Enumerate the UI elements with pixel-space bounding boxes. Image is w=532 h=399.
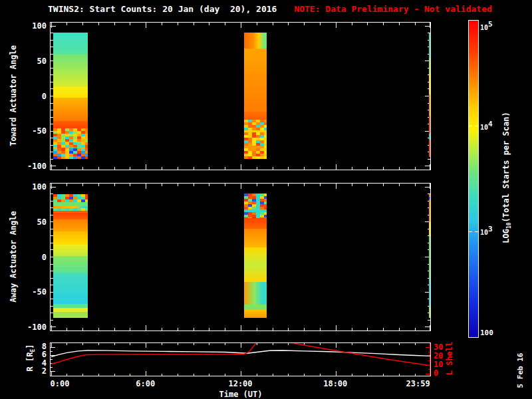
x-axis-tick (241, 184, 241, 189)
colorbar-title-pre: LOG (501, 229, 511, 243)
x-axis-tick (162, 184, 162, 186)
y-axis-tick-label: -100 (0, 162, 47, 171)
heatmap-band (429, 116, 431, 134)
heatmap-band (53, 128, 88, 142)
heatmap-band (53, 245, 88, 257)
x-axis-tick (98, 328, 99, 331)
x-axis-tick (114, 23, 115, 25)
heatmap-band (53, 148, 88, 157)
colorbar-title: LOG10(Total Starts per Scan) (501, 112, 512, 243)
x-axis-tick (98, 23, 99, 25)
x-axis-tick (383, 328, 384, 331)
heatmap-band (53, 54, 88, 86)
x-axis-tick (304, 184, 305, 186)
x-axis-tick (114, 167, 115, 170)
x-axis-tick (146, 325, 146, 331)
spectrogram-panel-away (50, 183, 431, 331)
x-axis-tick (273, 167, 273, 170)
x-axis-tick (288, 23, 289, 25)
x-axis-tick (209, 328, 209, 331)
x-axis-tick-label: 23:59 (406, 379, 430, 388)
heatmap-band (244, 218, 267, 229)
x-axis-tick (194, 328, 194, 331)
colorbar-tick-label: 103 (480, 225, 493, 237)
x-axis-tick (273, 184, 273, 186)
lshell-axis-tick-label: 20 (434, 352, 443, 360)
x-axis-tick (146, 164, 146, 170)
x-axis-tick (194, 184, 194, 186)
y-axis-tick-label: 100 (0, 182, 47, 192)
x-axis-tick (225, 167, 225, 170)
heatmap-band (53, 121, 88, 128)
x-axis-tick (352, 184, 352, 186)
heatmap-band (429, 140, 431, 157)
heatmap-band (429, 207, 431, 222)
x-axis-tick (241, 325, 241, 331)
x-axis-tick (114, 328, 115, 331)
x-axis-tick (225, 328, 225, 331)
preliminary-note: NOTE: Data Preliminary - Not validated (294, 4, 491, 14)
heatmap-band (244, 282, 267, 305)
x-axis-tick (367, 23, 368, 25)
heatmap-band (429, 281, 431, 306)
x-axis-tick (273, 23, 273, 25)
x-axis-tick (178, 328, 178, 331)
x-axis-tick (51, 164, 52, 170)
heatmap-band (244, 112, 267, 120)
colorbar-tick-exp: 3 (488, 225, 493, 234)
r-axis-tick-label: 2 (0, 366, 47, 376)
x-axis-tick (415, 23, 416, 25)
heatmap-band (53, 142, 88, 148)
heatmap-band (244, 120, 267, 132)
x-axis-tick (304, 328, 305, 331)
colorbar-title-post: (Total Starts per Scan) (501, 112, 511, 222)
x-axis-tick (209, 184, 209, 186)
x-axis-tick (162, 167, 162, 170)
x-axis-tick (352, 328, 352, 331)
series-l-shell (294, 343, 431, 365)
x-axis-tick (415, 328, 416, 331)
x-axis-tick-label: 6:00 (136, 379, 155, 388)
x-axis-tick (146, 23, 146, 28)
x-axis-tick (383, 184, 384, 186)
heatmap-cell (85, 156, 88, 159)
colorbar-tick-base: 10 (480, 123, 488, 130)
x-axis-tick (304, 167, 305, 170)
heatmap-band (53, 273, 88, 304)
x-axis-tick (130, 23, 130, 25)
colorbar-tick (469, 126, 472, 126)
heatmap-band (53, 33, 88, 55)
x-axis-tick (225, 23, 225, 25)
x-axis-tick (367, 328, 368, 331)
colorbar-tick-base: 10 (480, 229, 488, 236)
x-axis-tick (320, 184, 321, 186)
heatmap-band (429, 58, 431, 74)
heatmap-block (244, 23, 267, 170)
heatmap-band (429, 222, 431, 236)
colorbar-tick-label: 100 (480, 329, 493, 337)
colorbar-tick-base: 10 (480, 24, 488, 31)
x-axis-tick-label: 0:00 (51, 379, 70, 388)
x-axis-tick (130, 167, 130, 170)
x-axis-tick (288, 167, 289, 170)
y-axis-tick-label: -50 (0, 287, 47, 297)
x-axis-tick (288, 328, 289, 331)
x-axis-tick (352, 167, 352, 170)
date-stamp: 5 Feb 16 (516, 353, 525, 388)
heatmap-band (53, 98, 88, 122)
x-axis-tick (336, 23, 336, 28)
x-axis-tick (178, 23, 178, 25)
colorbar-title-sub: 10 (506, 222, 512, 229)
heatmap-block (53, 23, 88, 170)
heatmap-band (53, 213, 88, 219)
r-axis-tick-label: 8 (0, 342, 47, 351)
series-l-shell (51, 343, 256, 364)
heatmap-block (429, 184, 431, 331)
y-axis-tick-label: 50 (0, 217, 47, 227)
y-axis-tick-label: -50 (0, 126, 47, 136)
x-axis-tick (225, 184, 225, 186)
x-axis-title: Time (UT) (219, 390, 262, 399)
heatmap-band (53, 231, 88, 245)
heatmap-band (244, 310, 267, 318)
y-axis-title-lshell: L Shell (445, 342, 454, 376)
